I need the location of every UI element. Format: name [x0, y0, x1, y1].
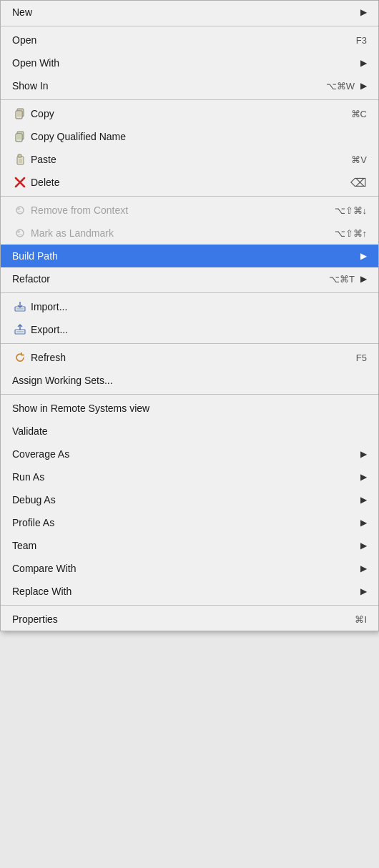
submenu-arrow-debug-as: ▶ [360, 495, 367, 505]
menu-item-mark-landmark[interactable]: Mark as Landmark ⌥⇧⌘↑ [1, 222, 378, 245]
svg-point-19 [16, 230, 24, 237]
menu-item-import-label: Import... [31, 301, 367, 312]
submenu-arrow-open-with: ▶ [360, 58, 367, 68]
menu-item-build-path[interactable]: Build Path ▶ [1, 245, 378, 267]
svg-point-18 [17, 207, 20, 210]
submenu-arrow-show-in: ▶ [360, 81, 367, 91]
separator-6 [1, 394, 378, 395]
menu-item-paste[interactable]: Paste ⌘V [1, 148, 378, 171]
menu-item-build-path-label: Build Path [12, 250, 355, 262]
menu-item-team[interactable]: Team ▶ [1, 534, 378, 557]
menu-item-compare-with[interactable]: Compare With ▶ [1, 557, 378, 580]
menu-item-refresh-label: Refresh [31, 352, 342, 363]
menu-item-delete-label: Delete [31, 177, 336, 188]
menu-item-properties-shortcut: ⌘I [355, 614, 367, 625]
menu-item-assign-working-sets[interactable]: Assign Working Sets... [1, 369, 378, 392]
menu-item-new[interactable]: New ▶ [1, 1, 378, 24]
svg-rect-6 [16, 134, 22, 142]
refresh-icon [12, 351, 28, 364]
export-icon [12, 323, 28, 336]
submenu-arrow-new: ▶ [360, 7, 367, 17]
menu-item-show-in[interactable]: Show In ⌥⌘W ▶ [1, 74, 378, 97]
submenu-arrow-profile-as: ▶ [360, 518, 367, 528]
import-icon [12, 300, 28, 313]
separator-1 [1, 26, 378, 26]
menu-item-team-label: Team [12, 540, 355, 551]
menu-item-refresh-shortcut: F5 [356, 352, 367, 363]
remove-context-icon [12, 204, 28, 217]
paste-icon [12, 153, 28, 166]
menu-item-new-label: New [12, 6, 355, 18]
menu-item-show-remote-label: Show in Remote Systems view [12, 403, 367, 414]
menu-item-refactor-shortcut: ⌥⌘T [329, 274, 355, 285]
menu-item-copy[interactable]: Copy ⌘C [1, 102, 378, 125]
menu-item-show-remote[interactable]: Show in Remote Systems view [1, 397, 378, 420]
separator-4 [1, 292, 378, 293]
menu-item-properties-label: Properties [12, 613, 340, 625]
svg-point-20 [17, 230, 20, 233]
menu-item-remove-context[interactable]: Remove from Context ⌥⇧⌘↓ [1, 199, 378, 222]
context-menu: New ▶ Open F3 Open With ▶ Show In ⌥⌘W ▶ … [0, 0, 379, 631]
separator-5 [1, 343, 378, 344]
menu-item-show-in-shortcut: ⌥⌘W [326, 81, 355, 92]
menu-item-refactor-label: Refactor [12, 273, 315, 285]
submenu-arrow-build-path: ▶ [360, 251, 367, 261]
submenu-arrow-team: ▶ [360, 541, 367, 551]
submenu-arrow-run-as: ▶ [360, 472, 367, 482]
menu-item-replace-with-label: Replace With [12, 586, 355, 597]
menu-item-debug-as[interactable]: Debug As ▶ [1, 488, 378, 511]
menu-item-replace-with[interactable]: Replace With ▶ [1, 580, 378, 603]
menu-item-profile-as[interactable]: Profile As ▶ [1, 511, 378, 534]
copy-qualified-icon [12, 130, 28, 143]
menu-item-compare-with-label: Compare With [12, 563, 355, 574]
copy-icon [12, 107, 28, 120]
menu-item-open-shortcut: F3 [356, 35, 367, 46]
mark-landmark-icon [12, 227, 28, 240]
menu-item-coverage-as-label: Coverage As [12, 448, 355, 460]
menu-item-export[interactable]: Export... [1, 318, 378, 341]
svg-rect-11 [18, 154, 21, 157]
menu-item-mark-landmark-shortcut: ⌥⇧⌘↑ [335, 228, 368, 239]
menu-item-copy-qualified-label: Copy Qualified Name [31, 131, 367, 142]
submenu-arrow-compare-with: ▶ [360, 563, 367, 573]
svg-rect-10 [17, 157, 24, 164]
menu-item-remove-context-shortcut: ⌥⇧⌘↓ [335, 205, 368, 216]
menu-item-paste-label: Paste [31, 154, 337, 165]
submenu-arrow-replace-with: ▶ [360, 586, 367, 596]
menu-item-run-as-label: Run As [12, 471, 355, 483]
menu-item-export-label: Export... [31, 324, 367, 335]
menu-item-delete[interactable]: Delete ⌫ [1, 171, 378, 194]
menu-item-remove-context-label: Remove from Context [31, 204, 320, 216]
delete-icon [12, 176, 28, 189]
menu-item-copy-qualified[interactable]: Copy Qualified Name [1, 125, 378, 148]
submenu-arrow-coverage-as: ▶ [360, 449, 367, 459]
menu-item-show-in-label: Show In [12, 80, 312, 92]
svg-point-17 [16, 207, 24, 214]
menu-item-properties[interactable]: Properties ⌘I [1, 608, 378, 631]
separator-3 [1, 196, 378, 197]
menu-item-refactor[interactable]: Refactor ⌥⌘T ▶ [1, 267, 378, 290]
menu-item-assign-working-sets-label: Assign Working Sets... [12, 375, 367, 386]
menu-item-open-label: Open [12, 34, 342, 46]
menu-item-paste-shortcut: ⌘V [351, 154, 367, 165]
menu-item-mark-landmark-label: Mark as Landmark [31, 227, 320, 239]
menu-item-open-with[interactable]: Open With ▶ [1, 51, 378, 74]
menu-item-copy-shortcut: ⌘C [351, 109, 367, 119]
menu-item-import[interactable]: Import... [1, 295, 378, 318]
menu-item-debug-as-label: Debug As [12, 494, 355, 505]
submenu-arrow-refactor: ▶ [360, 274, 367, 284]
menu-item-validate-label: Validate [12, 425, 367, 437]
svg-rect-1 [16, 111, 22, 119]
menu-item-profile-as-label: Profile As [12, 517, 355, 528]
menu-item-run-as[interactable]: Run As ▶ [1, 465, 378, 488]
separator-2 [1, 99, 378, 100]
menu-item-refresh[interactable]: Refresh F5 [1, 346, 378, 369]
menu-item-coverage-as[interactable]: Coverage As ▶ [1, 443, 378, 465]
menu-item-validate[interactable]: Validate [1, 420, 378, 443]
menu-item-open[interactable]: Open F3 [1, 29, 378, 51]
separator-7 [1, 605, 378, 606]
menu-item-copy-label: Copy [31, 108, 337, 119]
menu-item-open-with-label: Open With [12, 57, 355, 69]
menu-item-delete-shortcut: ⌫ [350, 176, 367, 189]
